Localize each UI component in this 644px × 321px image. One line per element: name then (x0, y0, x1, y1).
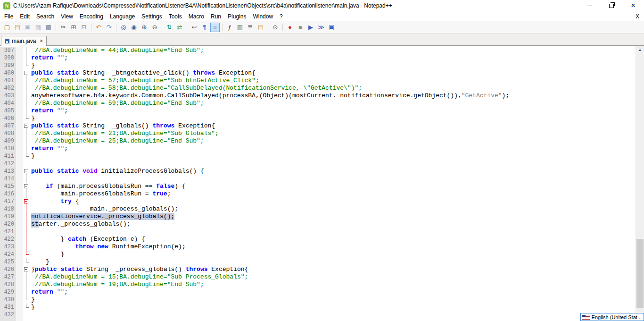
code-line[interactable]: } (29, 115, 644, 122)
print-icon[interactable]: ▥ (44, 23, 53, 32)
scrollbar-thumb[interactable] (636, 239, 644, 308)
document-map-icon[interactable]: ▥ (235, 23, 245, 32)
tab-main.java[interactable]: main.java× (1, 36, 47, 46)
sync-horizontal-icon[interactable]: ⇄ (175, 23, 184, 32)
code-line[interactable]: public static void initializeProcessGlob… (29, 168, 644, 175)
bookmark-margin[interactable] (16, 122, 23, 130)
save-icon[interactable]: ▣ (23, 23, 33, 32)
save-all-icon[interactable]: ▦ (33, 23, 43, 32)
macro-play-icon[interactable]: ▶ (306, 23, 315, 32)
fold-toggle-icon[interactable] (23, 198, 29, 205)
redo-icon[interactable]: ↷ (104, 23, 114, 32)
cut-icon[interactable]: ✂ (58, 23, 68, 32)
code-area[interactable]: 397 //BA.debugLineNum = 44;BA.debugLine=… (0, 46, 644, 321)
open-folder-icon[interactable]: ▤ (13, 23, 22, 32)
bookmark-margin[interactable] (16, 243, 23, 251)
menu-item-window[interactable]: Window (249, 12, 276, 21)
bookmark-margin[interactable] (16, 137, 23, 145)
bookmark-margin[interactable] (16, 251, 23, 258)
menu-item-edit[interactable]: Edit (17, 12, 33, 21)
fold-toggle-icon[interactable] (23, 266, 29, 273)
code-line[interactable]: //BA.debugLineNum = 19;BA.debugLine="End… (29, 281, 644, 288)
zoom-out-icon[interactable]: ⊖ (150, 23, 159, 32)
menu-item-help[interactable]: ? (276, 12, 286, 21)
menu-item-macro[interactable]: Macro (185, 12, 207, 21)
code-line[interactable] (29, 228, 644, 236)
bookmark-margin[interactable] (16, 69, 23, 77)
code-line[interactable]: starter._process_globals(); (29, 220, 644, 228)
menu-item-file[interactable]: File (1, 12, 17, 21)
code-line[interactable]: try { (29, 198, 644, 205)
code-line[interactable]: return ""; (29, 54, 644, 62)
bookmark-margin[interactable] (16, 258, 23, 266)
zoom-in-icon[interactable]: ⊕ (140, 23, 149, 32)
bookmark-margin[interactable] (16, 304, 23, 311)
code-line[interactable]: if (main.processGlobalsRun == false) { (29, 183, 644, 190)
bookmark-margin[interactable] (16, 190, 23, 198)
fold-toggle-icon[interactable] (23, 183, 29, 190)
bookmark-margin[interactable] (16, 130, 23, 137)
fold-toggle-icon[interactable] (23, 122, 29, 130)
bookmark-margin[interactable] (16, 198, 23, 205)
code-line[interactable]: //BA.debugLineNum = 25;BA.debugLine="End… (29, 137, 644, 145)
folder-as-workspace-icon[interactable]: ▤ (256, 23, 265, 32)
bookmark-margin[interactable] (16, 84, 23, 92)
menu-item-settings[interactable]: Settings (138, 12, 165, 21)
code-line[interactable]: }public static String _process_globals()… (29, 266, 644, 273)
macro-run-multiple-icon[interactable]: ≫ (316, 23, 326, 32)
word-wrap-icon[interactable]: ↩ (190, 23, 199, 32)
menu-item-search[interactable]: Search (33, 12, 58, 21)
code-line[interactable]: //BA.debugLineNum = 59;BA.debugLine="End… (29, 100, 644, 107)
bookmark-margin[interactable] (16, 183, 23, 190)
code-line[interactable]: main._process_globals(); (29, 205, 644, 213)
bookmark-margin[interactable] (16, 145, 23, 152)
code-line[interactable] (29, 175, 644, 183)
code-line[interactable]: notificationservice._process_globals(); (29, 213, 644, 220)
bookmark-margin[interactable] (16, 220, 23, 228)
bookmark-margin[interactable] (16, 236, 23, 243)
replace-icon[interactable]: ◉ (129, 23, 139, 32)
macro-save-icon[interactable]: ▣ (327, 23, 336, 32)
code-line[interactable]: } catch (Exception e) { (29, 236, 644, 243)
bookmark-margin[interactable] (16, 168, 23, 175)
code-line[interactable]: main.processGlobalsRun = true; (29, 190, 644, 198)
bookmark-margin[interactable] (16, 160, 23, 168)
code-line[interactable]: } (29, 152, 644, 160)
vertical-scrollbar[interactable]: ▲ ▼ (636, 46, 644, 321)
find-icon[interactable]: ◎ (119, 23, 128, 32)
menu-item-plugins[interactable]: Plugins (224, 12, 249, 21)
code-line[interactable]: } (29, 296, 644, 304)
menubar-close-icon[interactable]: X (631, 13, 644, 20)
bookmark-margin[interactable] (16, 100, 23, 107)
function-list-icon[interactable]: ƒ (225, 23, 234, 32)
restore-button[interactable] (601, 0, 622, 11)
bookmark-margin[interactable] (16, 47, 23, 54)
macro-stop-icon[interactable]: ■ (296, 23, 305, 32)
bookmark-margin[interactable] (16, 175, 23, 183)
fold-toggle-icon[interactable] (23, 69, 29, 77)
indent-guide-icon[interactable]: ≡ (210, 23, 220, 32)
code-line[interactable]: throw new RuntimeException(e); (29, 243, 644, 251)
code-line[interactable]: return ""; (29, 145, 644, 152)
code-line[interactable]: return ""; (29, 107, 644, 115)
code-line[interactable]: anywheresoftware.b4a.keywords.Common.Cal… (29, 92, 644, 100)
menu-item-tools[interactable]: Tools (165, 12, 185, 21)
code-line[interactable]: return ""; (29, 288, 644, 296)
copy-icon[interactable]: ⊞ (69, 23, 78, 32)
monitoring-eye-icon[interactable]: ⊙ (271, 23, 280, 32)
code-line[interactable]: //BA.debugLineNum = 58;BA.debugLine="Cal… (29, 84, 644, 92)
code-line[interactable]: //BA.debugLineNum = 15;BA.debugLine="Sub… (29, 273, 644, 281)
code-line[interactable]: //BA.debugLineNum = 21;BA.debugLine="Sub… (29, 130, 644, 137)
scrollbar-up-icon[interactable]: ▲ (636, 46, 644, 54)
paste-icon[interactable]: ⊡ (79, 23, 89, 32)
macro-record-icon[interactable]: ● (285, 23, 295, 32)
menu-item-view[interactable]: View (58, 12, 76, 21)
code-line[interactable]: //BA.debugLineNum = 57;BA.debugLine="Sub… (29, 77, 644, 84)
bookmark-margin[interactable] (16, 213, 23, 220)
code-line[interactable] (29, 311, 644, 319)
code-line[interactable]: } (29, 304, 644, 311)
sync-vertical-icon[interactable]: ⇅ (165, 23, 174, 32)
menu-item-language[interactable]: Language (107, 12, 138, 21)
minimize-button[interactable] (579, 0, 601, 11)
bookmark-margin[interactable] (16, 273, 23, 281)
